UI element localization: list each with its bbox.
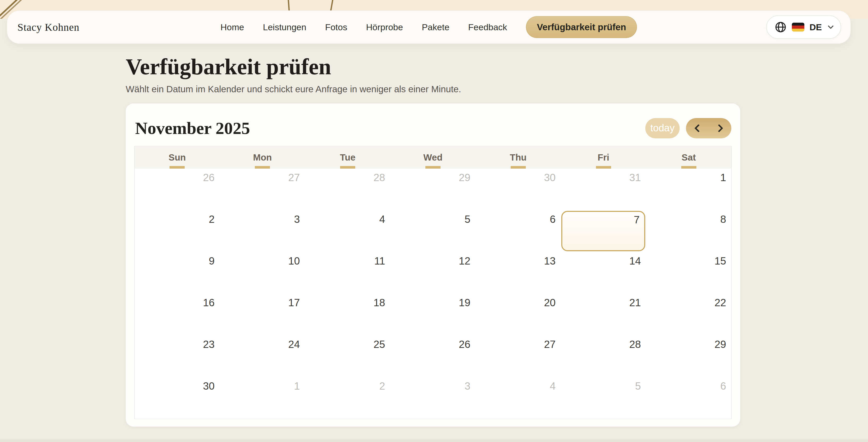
calendar-day-cell[interactable]: 6	[475, 210, 561, 252]
day-header-underline	[596, 166, 611, 169]
calendar-day-cell[interactable]: 12	[391, 252, 476, 294]
calendar-day-cell[interactable]: 2	[305, 377, 391, 419]
calendar-day-cell[interactable]: 30	[134, 377, 220, 419]
day-number: 1	[720, 172, 726, 183]
day-header-wed: Wed	[391, 146, 476, 169]
navbar: Stacy Kohnen HomeLeistungenFotosHörprobe…	[7, 10, 851, 44]
day-header-label: Sat	[682, 152, 695, 163]
calendar-day-cell[interactable]: 17	[220, 294, 305, 335]
day-number: 31	[629, 172, 641, 183]
calendar-day-cell[interactable]: 26	[391, 335, 476, 377]
day-number: 24	[288, 339, 300, 350]
calendar-day-cell[interactable]: 3	[391, 377, 476, 419]
calendar-day-cell[interactable]: 29	[646, 335, 731, 377]
calendar-day-cell-today[interactable]: 7	[561, 210, 646, 252]
day-header-thu: Thu	[475, 146, 561, 169]
day-number: 7	[634, 214, 640, 226]
day-header-underline	[340, 166, 355, 169]
nav-link-leistungen[interactable]: Leistungen	[263, 22, 306, 32]
calendar-day-cell[interactable]: 28	[561, 335, 646, 377]
nav-link-pakete[interactable]: Pakete	[422, 22, 450, 32]
calendar-day-headers: SunMonTueWedThuFriSat	[134, 146, 731, 169]
calendar-day-cell[interactable]: 13	[475, 252, 561, 294]
calendar-day-cell[interactable]: 1	[220, 377, 305, 419]
calendar-day-cell[interactable]: 15	[646, 252, 731, 294]
calendar-day-cell[interactable]: 25	[305, 335, 391, 377]
calendar-day-cell[interactable]: 5	[391, 210, 476, 252]
calendar-day-cell[interactable]: 20	[475, 294, 561, 335]
calendar-day-cell[interactable]: 21	[561, 294, 646, 335]
calendar-header: November 2025 today	[126, 103, 740, 146]
day-number: 26	[203, 172, 215, 183]
chevron-left-icon	[694, 124, 702, 132]
calendar-day-cell[interactable]: 5	[561, 377, 646, 419]
calendar-day-cell[interactable]: 4	[305, 210, 391, 252]
day-header-underline	[169, 166, 185, 169]
calendar-day-cell[interactable]: 14	[561, 252, 646, 294]
day-number: 30	[203, 380, 215, 392]
calendar-day-cell[interactable]: 6	[646, 377, 731, 419]
today-highlight-box: 7	[561, 211, 645, 251]
day-number: 26	[459, 339, 470, 350]
day-number: 29	[715, 339, 726, 350]
calendar-day-cell[interactable]: 1	[646, 169, 731, 210]
day-number: 6	[720, 380, 726, 392]
day-number: 23	[203, 339, 215, 350]
day-number: 22	[715, 297, 726, 309]
day-number: 3	[465, 380, 470, 392]
day-number: 29	[459, 172, 470, 183]
calendar-day-cell[interactable]: 8	[646, 210, 731, 252]
calendar-day-cell[interactable]: 16	[134, 294, 220, 335]
calendar-card: November 2025 today SunMonTueWedThuFriSa…	[126, 103, 740, 427]
calendar-day-cell[interactable]: 27	[475, 335, 561, 377]
calendar-day-cell[interactable]: 26	[134, 169, 220, 210]
calendar-day-cell[interactable]: 24	[220, 335, 305, 377]
nav-link-fotos[interactable]: Fotos	[325, 22, 347, 32]
language-selector[interactable]: DE	[766, 15, 841, 39]
calendar-day-cell[interactable]: 11	[305, 252, 391, 294]
calendar-day-cell[interactable]: 3	[220, 210, 305, 252]
calendar-day-cell[interactable]: 22	[646, 294, 731, 335]
chevron-down-icon	[828, 23, 834, 29]
day-number: 27	[288, 172, 300, 183]
today-button[interactable]: today	[645, 118, 680, 138]
calendar-day-cell[interactable]: 29	[391, 169, 476, 210]
day-number: 10	[288, 255, 300, 267]
day-number: 5	[465, 213, 470, 225]
nav-link-feedback[interactable]: Feedback	[468, 22, 507, 32]
day-number: 14	[629, 255, 641, 267]
prev-month-button[interactable]	[686, 118, 709, 138]
nav-menu: HomeLeistungenFotosHörprobePaketeFeedbac…	[220, 16, 637, 38]
calendar-day-cell[interactable]: 31	[561, 169, 646, 210]
day-number: 13	[544, 255, 556, 267]
day-number: 27	[544, 339, 556, 350]
calendar-day-cell[interactable]: 30	[475, 169, 561, 210]
calendar-day-cell[interactable]: 2	[134, 210, 220, 252]
day-header-tue: Tue	[305, 146, 391, 169]
day-number: 6	[550, 213, 556, 225]
day-number: 15	[715, 255, 726, 267]
day-header-label: Thu	[510, 152, 527, 163]
calendar-day-cell[interactable]: 18	[305, 294, 391, 335]
day-header-fri: Fri	[561, 146, 646, 169]
day-number: 4	[379, 213, 385, 225]
calendar-month-title: November 2025	[135, 118, 250, 138]
day-number: 16	[203, 297, 215, 309]
calendar-day-cell[interactable]: 28	[305, 169, 391, 210]
calendar-day-cell[interactable]: 10	[220, 252, 305, 294]
day-number: 19	[459, 297, 470, 309]
day-number: 1	[294, 380, 300, 392]
next-month-button[interactable]	[709, 118, 731, 138]
calendar-day-cell[interactable]: 4	[475, 377, 561, 419]
day-header-label: Sun	[168, 152, 186, 163]
calendar-day-cell[interactable]: 9	[134, 252, 220, 294]
day-header-mon: Mon	[220, 146, 305, 169]
availability-cta-button[interactable]: Verfügbarkeit prüfen	[526, 16, 637, 38]
calendar-day-cell[interactable]: 27	[220, 169, 305, 210]
nav-link-hrprobe[interactable]: Hörprobe	[366, 22, 403, 32]
calendar-body: 2627282930311234567891011121314151617181…	[134, 169, 731, 419]
calendar-day-cell[interactable]: 23	[134, 335, 220, 377]
calendar-day-cell[interactable]: 19	[391, 294, 476, 335]
brand-logo[interactable]: Stacy Kohnen	[18, 21, 80, 33]
nav-link-home[interactable]: Home	[220, 22, 244, 32]
